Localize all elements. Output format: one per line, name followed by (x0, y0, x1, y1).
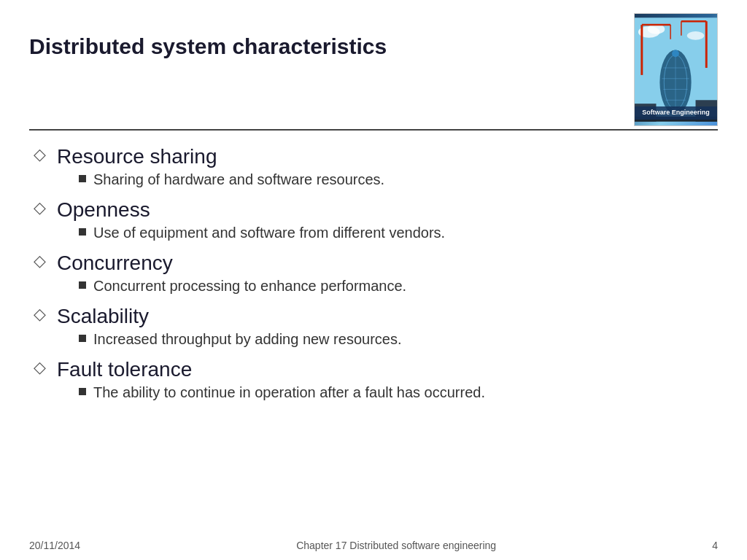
sub-item-text-2: Use of equipment and software from diffe… (93, 222, 445, 243)
sub-item-text-3: Concurrent processing to enhance perform… (93, 276, 406, 296)
main-item-text-1: Resource sharing (57, 144, 217, 169)
sub-item-2: Use of equipment and software from diffe… (29, 222, 718, 243)
item-group-3: ◇ Concurrency Concurrent processing to e… (29, 250, 718, 299)
content-area: ◇ Resource sharing Sharing of hardware a… (0, 131, 747, 534)
sub-item-text-1: Sharing of hardware and software resourc… (93, 169, 384, 190)
sub-item-5: The ability to continue in operation aft… (29, 382, 718, 402)
title-area: Distributed system characteristics (29, 13, 634, 60)
sub-item-3: Concurrent processing to enhance perform… (29, 276, 718, 296)
sub-item-text-4: Increased throughput by adding new resou… (93, 329, 402, 349)
sub-item-1: Sharing of hardware and software resourc… (29, 169, 718, 190)
diamond-icon-5: ◇ (29, 358, 50, 377)
main-item-2: ◇ Openness (29, 197, 718, 222)
main-item-5: ◇ Fault tolerance (29, 357, 718, 382)
sub-item-text-5: The ability to continue in operation aft… (93, 382, 485, 402)
main-item-3: ◇ Concurrency (29, 250, 718, 276)
diamond-icon-4: ◇ (29, 305, 50, 324)
bullet-4 (79, 335, 86, 342)
diamond-icon-2: ◇ (29, 198, 50, 217)
footer-date: 20/11/2014 (29, 540, 80, 551)
main-item-4: ◇ Scalability (29, 303, 718, 329)
diamond-icon-3: ◇ (29, 252, 50, 271)
footer-chapter: Chapter 17 Distributed software engineer… (296, 540, 496, 551)
bullet-5 (79, 388, 86, 395)
main-item-text-2: Openness (57, 197, 150, 222)
item-group-1: ◇ Resource sharing Sharing of hardware a… (29, 144, 718, 192)
slide: Distributed system characteristics (0, 0, 747, 560)
footer-page: 4 (712, 540, 718, 551)
main-item-text-5: Fault tolerance (57, 357, 192, 382)
bullet-3 (79, 281, 86, 289)
svg-point-17 (672, 50, 679, 57)
main-item-text-3: Concurrency (57, 250, 173, 276)
bullet-2 (79, 228, 86, 236)
footer: 20/11/2014 Chapter 17 Distributed softwa… (0, 534, 747, 560)
item-group-4: ◇ Scalability Increased throughput by ad… (29, 303, 718, 352)
main-item-text-4: Scalability (57, 303, 149, 329)
header: Distributed system characteristics (0, 0, 747, 126)
slide-title: Distributed system characteristics (29, 34, 634, 60)
bullet-1 (79, 175, 86, 182)
diamond-icon-1: ◇ (29, 145, 50, 164)
book-label: Software Engineering (635, 106, 717, 120)
item-group-2: ◇ Openness Use of equipment and software… (29, 197, 718, 246)
item-group-5: ◇ Fault tolerance The ability to continu… (29, 357, 718, 405)
sub-item-4: Increased throughput by adding new resou… (29, 329, 718, 349)
main-item-1: ◇ Resource sharing (29, 144, 718, 169)
svg-point-3 (687, 31, 705, 40)
book-cover: Software Engineering (634, 13, 718, 126)
